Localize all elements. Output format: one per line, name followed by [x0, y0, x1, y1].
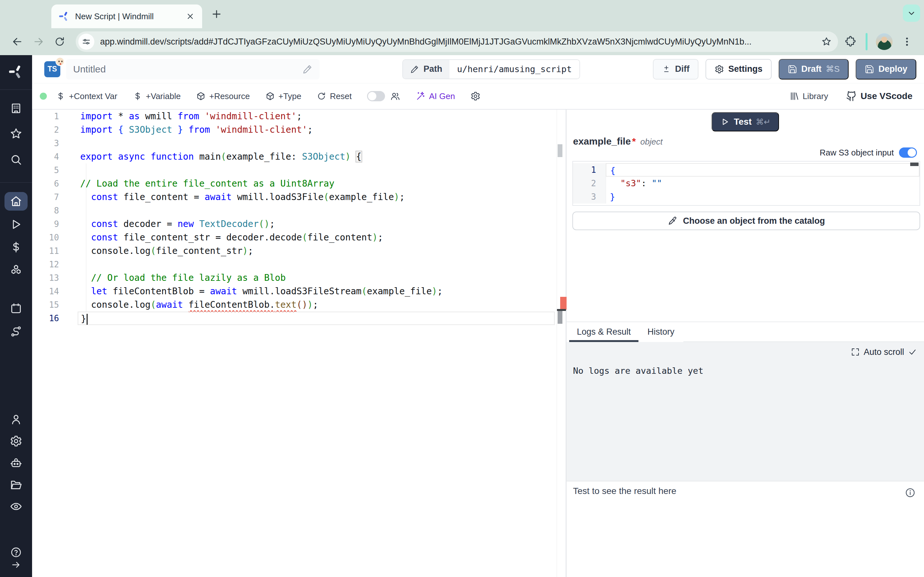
sidebar-item-help[interactable]: [10, 546, 22, 558]
code-line[interactable]: 16}: [32, 311, 565, 325]
draft-button[interactable]: Draft ⌘S: [779, 59, 849, 79]
reset-label: Reset: [330, 91, 352, 101]
github-icon: [846, 91, 857, 102]
add-context-var-button[interactable]: +Context Var: [56, 91, 118, 101]
scrollbar-thumb[interactable]: [557, 144, 562, 157]
check-icon[interactable]: [908, 348, 917, 356]
menu-kebab-icon[interactable]: [901, 36, 913, 47]
browser-tab[interactable]: New Script | Windmill: [51, 5, 202, 28]
browser-tab-strip: New Script | Windmill: [0, 0, 924, 28]
url-bar[interactable]: app.windmill.dev/scripts/add#JTdCJTIyaGF…: [76, 31, 838, 52]
path-editor[interactable]: Path u/henri/amusing_script: [402, 59, 580, 79]
bookmark-star-icon[interactable]: [821, 36, 832, 47]
profile-divider: [866, 33, 867, 50]
code-line[interactable]: 13 // Or load the file lazily as a Blob: [32, 271, 565, 285]
sidebar-item-runs[interactable]: [10, 218, 23, 231]
code-line[interactable]: 6// Load the entire file_content as a Ui…: [32, 177, 565, 190]
windmill-logo[interactable]: [8, 64, 24, 80]
typescript-badge-label: TS: [47, 65, 57, 73]
use-vscode-label: Use VScode: [861, 91, 913, 101]
ai-gen-button[interactable]: AI Gen: [416, 91, 455, 101]
reload-icon[interactable]: [51, 33, 69, 51]
auto-scroll-control[interactable]: Auto scroll: [851, 347, 917, 357]
code-line[interactable]: 1{: [573, 163, 919, 177]
result-tabs: Logs & Result History: [567, 322, 924, 342]
settings-button[interactable]: Settings: [706, 59, 772, 79]
sidebar-item-variables[interactable]: [10, 241, 23, 253]
code-line[interactable]: 1import * as wmill from 'windmill-client…: [32, 110, 565, 123]
code-line[interactable]: 11 console.log(file_content_str);: [32, 244, 565, 258]
path-label: Path: [423, 64, 443, 74]
arg-name: example_file: [573, 136, 631, 147]
json-arg-editor[interactable]: 1{2 "s3": ""3}: [572, 161, 920, 206]
edit-title-pencil-icon[interactable]: [302, 64, 312, 74]
code-line[interactable]: 2import { S3Object } from 'windmill-clie…: [32, 123, 565, 137]
sidebar-item-resources[interactable]: [10, 264, 23, 277]
sidebar-item-flows[interactable]: [10, 325, 23, 338]
reset-button[interactable]: Reset: [317, 91, 352, 101]
code-line[interactable]: 9 const decoder = new TextDecoder();: [32, 218, 565, 231]
sidebar-collapse-icon[interactable]: [11, 559, 21, 570]
tab-history[interactable]: History: [640, 322, 682, 342]
back-icon[interactable]: [8, 33, 26, 51]
code-line[interactable]: 10 const file_content_str = decoder.deco…: [32, 231, 565, 244]
multiplayer-switch[interactable]: [367, 91, 385, 101]
choose-object-button[interactable]: Choose an object from the catalog: [572, 211, 920, 230]
sidebar-item-search[interactable]: [10, 153, 23, 166]
app-sidebar: [0, 55, 32, 577]
sidebar-item-schedules[interactable]: [10, 302, 23, 315]
library-button[interactable]: Library: [789, 91, 828, 101]
tab-logs-result[interactable]: Logs & Result: [569, 322, 638, 342]
no-logs-message: No logs are available yet: [573, 366, 703, 376]
sidebar-item-workspace[interactable]: [10, 102, 23, 115]
add-variable-button[interactable]: +Variable: [133, 91, 181, 101]
raw-s3-toggle[interactable]: [899, 147, 917, 158]
use-vscode-button[interactable]: Use VScode: [846, 91, 913, 102]
code-line[interactable]: 5: [32, 163, 565, 177]
sidebar-item-users[interactable]: [10, 413, 23, 426]
deploy-button[interactable]: Deploy: [856, 59, 916, 79]
editor-settings-button[interactable]: [470, 91, 481, 101]
editor-overview-ruler[interactable]: [557, 110, 565, 577]
add-variable-label: +Variable: [146, 91, 181, 101]
sidebar-item-workers[interactable]: [10, 456, 23, 469]
edit-path-pencil-icon: [410, 65, 419, 74]
new-tab-icon[interactable]: [210, 8, 223, 21]
editor-toolbar: +Context Var +Variable +Resource +Type R…: [32, 83, 924, 110]
diff-button[interactable]: Diff: [653, 59, 698, 79]
sidebar-item-folders[interactable]: [10, 478, 23, 491]
info-icon[interactable]: [905, 487, 916, 498]
tab-close-icon[interactable]: [186, 11, 195, 21]
code-line[interactable]: 14 let fileContentBlob = await wmill.loa…: [32, 285, 565, 298]
code-line[interactable]: 15 console.log(await fileContentBlob.tex…: [32, 298, 565, 311]
tab-search-button[interactable]: [903, 5, 920, 22]
code-line[interactable]: 7 const file_content = await wmill.loadS…: [32, 190, 565, 204]
site-settings-icon[interactable]: [78, 34, 94, 50]
sidebar-item-settings[interactable]: [10, 435, 23, 448]
code-line[interactable]: 8: [32, 204, 565, 218]
code-line[interactable]: 2 "s3": "": [573, 177, 919, 190]
forward-icon[interactable]: [29, 33, 47, 51]
profile-avatar[interactable]: [876, 33, 893, 50]
script-title-input[interactable]: Untitled: [66, 59, 320, 79]
code-editor[interactable]: 1import * as wmill from 'windmill-client…: [32, 110, 565, 577]
ai-gen-label: AI Gen: [429, 91, 455, 101]
test-button[interactable]: Test ⌘↵: [712, 112, 779, 131]
multiplayer-toggle[interactable]: [367, 91, 401, 101]
add-type-button[interactable]: +Type: [265, 91, 302, 101]
extensions-icon[interactable]: [845, 35, 857, 48]
code-line[interactable]: 3: [32, 137, 565, 150]
browser-toolbar: app.windmill.dev/scripts/add#JTdCJTIyaGF…: [0, 28, 924, 55]
sidebar-item-favorites[interactable]: [10, 127, 23, 140]
library-label: Library: [803, 91, 828, 101]
sidebar-item-home[interactable]: [5, 192, 27, 211]
sidebar-item-audit-logs[interactable]: [10, 500, 23, 513]
expand-icon[interactable]: [851, 348, 860, 356]
typescript-badge: TS: [44, 61, 60, 77]
auto-scroll-label: Auto scroll: [864, 347, 904, 357]
code-line[interactable]: 3}: [573, 190, 919, 203]
add-resource-button[interactable]: +Resource: [196, 91, 250, 101]
code-line[interactable]: 12: [32, 258, 565, 271]
code-line[interactable]: 4export async function main(example_file…: [32, 150, 565, 163]
error-marker: [560, 297, 567, 309]
